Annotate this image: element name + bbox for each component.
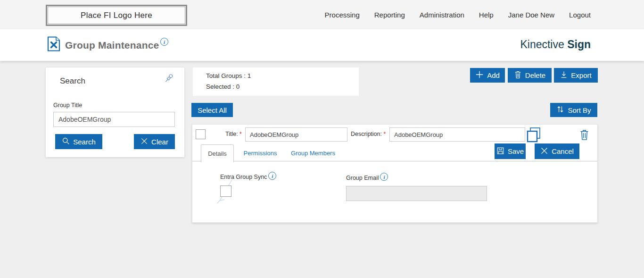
selected-label: Selected : <box>206 83 234 90</box>
fi-logo-text: Place FI Logo Here <box>81 11 152 20</box>
group-title-input[interactable] <box>53 112 175 127</box>
total-groups-label: Total Groups : <box>206 72 246 79</box>
delete-button[interactable]: Delete <box>508 68 552 83</box>
brand-name: Kinective <box>520 38 564 51</box>
tab-permissions-label: Permissions <box>244 150 277 157</box>
group-email-info-icon[interactable]: i <box>380 173 388 181</box>
save-button[interactable]: Save <box>495 143 526 159</box>
fi-logo-placeholder: Place FI Logo Here <box>46 5 187 26</box>
entra-info-icon[interactable]: i <box>268 172 276 180</box>
delete-button-label: Delete <box>525 71 545 79</box>
total-groups-line: Total Groups : 1 <box>206 72 251 79</box>
download-icon <box>560 71 568 80</box>
top-navigation: Processing Reporting Administration Help… <box>325 0 591 29</box>
description-required-marker: * <box>383 131 386 137</box>
group-row-panel: Title: * Description: * Details Permissi… <box>192 124 598 223</box>
add-button[interactable]: Add <box>470 68 505 83</box>
pin-icon[interactable] <box>163 72 175 86</box>
add-button-label: Add <box>487 71 500 79</box>
sort-arrows-icon <box>556 105 564 115</box>
fi-logo-inner-frame: Place FI Logo Here <box>48 7 185 24</box>
search-icon <box>62 137 70 146</box>
selected-value: 0 <box>236 83 240 90</box>
description-field-label: Description: * <box>351 131 386 137</box>
clear-x-icon <box>140 137 148 146</box>
search-button[interactable]: Search <box>55 134 102 149</box>
select-all-button[interactable]: Select All <box>191 103 233 117</box>
trash-icon <box>514 70 522 80</box>
plus-icon <box>475 70 484 80</box>
page-info-icon[interactable]: i <box>160 38 168 46</box>
selected-line: Selected : 0 <box>206 83 239 90</box>
cancel-x-icon <box>540 147 548 156</box>
nav-user-menu[interactable]: Jane Doe New <box>508 11 554 19</box>
nav-logout[interactable]: Logout <box>569 11 591 19</box>
group-email-input <box>346 186 487 201</box>
select-all-label: Select All <box>198 106 227 114</box>
search-panel-title: Search <box>60 76 85 86</box>
title-field-label: Title: * <box>225 131 242 137</box>
summary-box: Total Groups : 1 Selected : 0 <box>193 67 359 96</box>
search-panel: Search Group Title Search Clear <box>46 67 184 157</box>
total-groups-value: 1 <box>248 72 251 79</box>
copy-group-icon[interactable] <box>526 127 541 145</box>
sort-by-label: Sort By <box>568 106 591 114</box>
tab-details[interactable]: Details <box>201 144 234 162</box>
clear-button-label: Clear <box>151 138 168 146</box>
nav-help[interactable]: Help <box>479 11 494 19</box>
description-label-text: Description: <box>351 131 382 137</box>
title-required-marker: * <box>239 131 242 137</box>
page-title: Group Maintenance <box>65 40 159 51</box>
page-header: Group Maintenance i Kinective Sign <box>0 29 644 61</box>
save-floppy-icon <box>496 147 504 156</box>
entra-group-sync-label: Entra Group Sync i <box>220 174 276 180</box>
row-delete-icon[interactable] <box>579 128 590 143</box>
group-title-field[interactable] <box>245 127 347 142</box>
export-button-label: Export <box>571 71 591 79</box>
tab-group-members[interactable]: Group Members <box>287 144 339 162</box>
cancel-button-label: Cancel <box>552 147 574 155</box>
nav-processing[interactable]: Processing <box>325 11 360 19</box>
tab-permissions[interactable]: Permissions <box>239 144 281 162</box>
group-email-label-text: Group Email <box>346 175 379 181</box>
entra-group-sync-checkbox[interactable] <box>220 185 231 197</box>
nav-administration[interactable]: Administration <box>420 11 464 19</box>
nav-reporting[interactable]: Reporting <box>374 11 405 19</box>
entra-label-text: Entra Group Sync <box>220 174 267 180</box>
clear-button[interactable]: Clear <box>134 134 175 149</box>
tab-details-label: Details <box>208 150 227 157</box>
brand-logo: Kinective Sign <box>520 38 591 51</box>
group-email-label: Group Email i <box>346 175 388 181</box>
top-bar: Place FI Logo Here Processing Reporting … <box>0 0 644 29</box>
group-row-checkbox[interactable] <box>196 129 206 139</box>
group-title-label: Group Title <box>53 102 82 109</box>
tab-group-members-label: Group Members <box>291 150 335 157</box>
brand-product: Sign <box>567 38 591 51</box>
save-button-label: Save <box>508 147 524 155</box>
sort-by-button[interactable]: Sort By <box>550 103 597 117</box>
title-label-text: Title: <box>225 131 238 137</box>
group-description-field[interactable] <box>389 127 525 142</box>
search-button-label: Search <box>73 138 96 146</box>
group-maintenance-icon <box>47 36 60 53</box>
cancel-button[interactable]: Cancel <box>535 143 579 159</box>
export-button[interactable]: Export <box>554 68 598 83</box>
